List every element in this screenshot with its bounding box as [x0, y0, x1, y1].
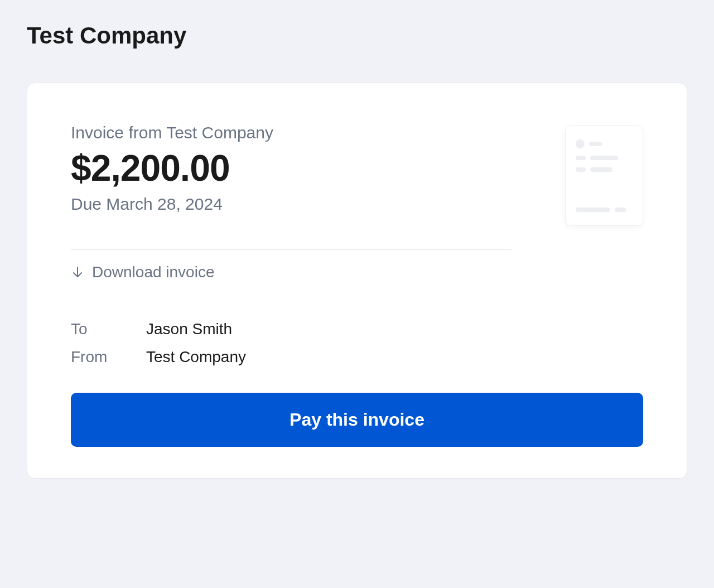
- invoice-summary: Invoice from Test Company $2,200.00 Due …: [71, 123, 543, 214]
- divider: [71, 249, 512, 250]
- invoice-amount: $2,200.00: [71, 147, 543, 189]
- download-invoice-label: Download invoice: [92, 263, 214, 281]
- pay-invoice-button[interactable]: Pay this invoice: [71, 393, 643, 447]
- invoice-card: Invoice from Test Company $2,200.00 Due …: [27, 83, 687, 479]
- invoice-from-label: Invoice from Test Company: [71, 123, 543, 142]
- download-arrow-icon: [71, 266, 84, 279]
- document-icon: [565, 126, 643, 226]
- from-row: From Test Company: [71, 348, 643, 366]
- to-value: Jason Smith: [146, 320, 232, 338]
- download-invoice-link[interactable]: Download invoice: [71, 263, 214, 281]
- invoice-parties: To Jason Smith From Test Company: [71, 320, 643, 366]
- invoice-header: Invoice from Test Company $2,200.00 Due …: [71, 123, 643, 226]
- invoice-due-date: Due March 28, 2024: [71, 195, 543, 214]
- company-name: Test Company: [27, 22, 687, 49]
- from-label: From: [71, 348, 146, 366]
- to-row: To Jason Smith: [71, 320, 643, 338]
- from-value: Test Company: [146, 348, 246, 366]
- to-label: To: [71, 320, 146, 338]
